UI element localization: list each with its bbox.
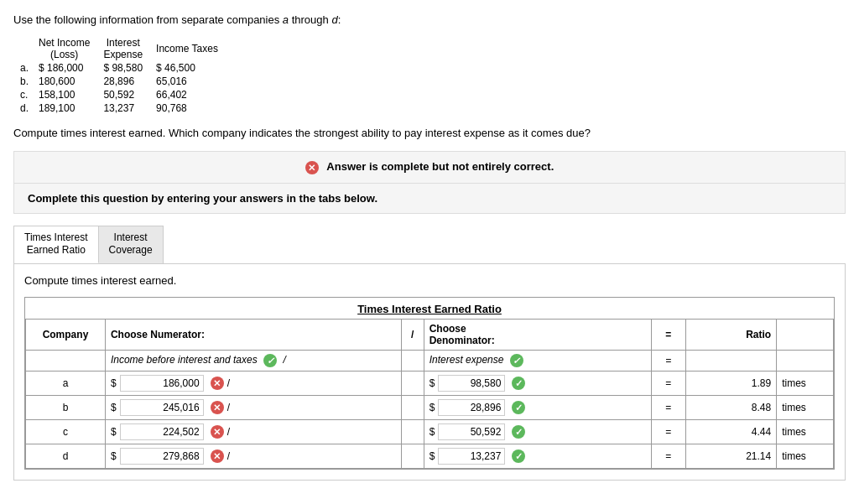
sub-denominator: Interest expense ✓ <box>424 350 651 371</box>
dollar-sign-denominator: $ <box>430 402 435 413</box>
slash-separator: / <box>227 426 230 438</box>
numerator-cell: $ ✕ / <box>105 395 401 419</box>
row-label-c: c. <box>13 88 32 101</box>
tab-interest-coverage[interactable]: InterestCoverage <box>99 226 163 263</box>
row-label-d: d. <box>13 101 32 115</box>
sub-unit <box>777 350 834 371</box>
compute-label: Compute times interest earned. <box>24 274 835 287</box>
denominator-status-icon: ✓ <box>512 401 525 414</box>
denominator-status-icon: ✓ <box>512 425 525 439</box>
unit-cell: times <box>777 371 834 395</box>
numerator-input[interactable] <box>120 448 204 465</box>
row-label-b: b. <box>13 75 32 88</box>
ratio-value: 4.44 <box>685 419 777 444</box>
sub-slash: / <box>283 354 285 366</box>
denominator-status-icon: ✓ <box>512 377 525 390</box>
slash-cell <box>401 371 424 395</box>
sub-equals: = <box>651 350 685 371</box>
ratio-table-title: Times Interest Earned Ratio <box>25 298 834 319</box>
numerator-status-icon: ✕ <box>211 377 224 390</box>
intro-text: Use the following information from separ… <box>13 13 846 26</box>
answer-banner: ✕ Answer is complete but not entirely co… <box>13 151 846 184</box>
table-row: d $ ✕ / $ ✓ = 21.14 times <box>26 444 834 468</box>
sub-numerator: Income before interest and taxes ✓ / <box>105 350 401 371</box>
equals-cell: = <box>651 371 685 395</box>
slash-cell <box>401 395 424 419</box>
unit-cell: times <box>777 419 834 444</box>
ratio-value: 21.14 <box>685 444 777 468</box>
sub-company <box>26 350 106 371</box>
denominator-input[interactable] <box>438 423 505 440</box>
slash-cell <box>401 419 424 444</box>
net-income-a: $ 186,000 <box>32 61 96 75</box>
complete-text: Complete this question by entering your … <box>28 192 831 205</box>
col-header-company: Company <box>26 319 106 350</box>
col-header-equals: = <box>651 319 685 350</box>
col-header-ratio: Ratio <box>685 319 777 350</box>
sub-slash-col <box>401 350 424 371</box>
company-cell: c <box>26 419 106 444</box>
col-header-unit <box>777 319 834 350</box>
slash-cell <box>401 444 424 468</box>
table-row: c $ ✕ / $ ✓ = 4.44 times <box>26 419 834 444</box>
denominator-input[interactable] <box>438 399 505 416</box>
numerator-status-icon: ✕ <box>211 401 224 414</box>
numerator-cell: $ ✕ / <box>105 419 401 444</box>
dollar-sign-denominator: $ <box>430 377 435 389</box>
company-cell: b <box>26 395 106 419</box>
table-row: a $ ✕ / $ ✓ = 1.89 times <box>26 371 834 395</box>
numerator-status-icon: ✕ <box>211 449 224 463</box>
taxes-a: $ 46,500 <box>149 61 225 75</box>
tab-times-interest-earned[interactable]: Times InterestEarned Ratio <box>14 226 99 263</box>
info-table: Net Income(Loss) InterestExpense Income … <box>13 36 225 115</box>
dollar-sign-numerator: $ <box>111 377 117 389</box>
numerator-cell: $ ✕ / <box>105 444 401 468</box>
unit-cell: times <box>777 395 834 419</box>
table-row: b $ ✕ / $ ✓ = 8.48 times <box>26 395 834 419</box>
sub-ratio <box>685 350 777 371</box>
slash-separator: / <box>227 402 230 413</box>
ratio-table: Company Choose Numerator: / ChooseDenomi… <box>25 319 834 469</box>
col-header-numerator: Choose Numerator: <box>105 319 401 350</box>
taxes-d: 90,768 <box>149 101 225 115</box>
numerator-cell: $ ✕ / <box>105 371 401 395</box>
ratio-value: 1.89 <box>685 371 777 395</box>
denominator-check-icon: ✓ <box>510 354 523 367</box>
slash-separator: / <box>227 450 230 462</box>
numerator-sub-text: Income before interest and taxes <box>111 354 258 366</box>
slash-separator: / <box>227 377 230 389</box>
tabs-container: Times InterestEarned Ratio InterestCover… <box>13 226 164 263</box>
question-text: Compute times interest earned. Which com… <box>13 127 846 139</box>
net-income-c: 158,100 <box>32 88 96 101</box>
denominator-cell: $ ✓ <box>424 419 651 444</box>
denominator-input[interactable] <box>438 448 505 465</box>
numerator-input[interactable] <box>120 423 204 440</box>
col-header-denominator: ChooseDenominator: <box>424 319 651 350</box>
denominator-input[interactable] <box>438 375 505 392</box>
numerator-input[interactable] <box>120 399 204 416</box>
net-income-b: 180,600 <box>32 75 96 88</box>
equals-cell: = <box>651 419 685 444</box>
denominator-sub-text: Interest expense <box>430 354 504 366</box>
complete-section: Complete this question by entering your … <box>13 184 846 214</box>
equals-cell: = <box>651 444 685 468</box>
denominator-cell: $ ✓ <box>424 444 651 468</box>
interest-c: 50,592 <box>96 88 149 101</box>
denominator-cell: $ ✓ <box>424 371 651 395</box>
numerator-status-icon: ✕ <box>211 425 224 439</box>
dollar-sign-denominator: $ <box>430 426 435 438</box>
numerator-input[interactable] <box>120 375 204 392</box>
answer-banner-text: Answer is complete but not entirely corr… <box>326 160 554 173</box>
main-content: Compute times interest earned. Times Int… <box>13 263 846 481</box>
taxes-c: 66,402 <box>149 88 225 101</box>
ratio-value: 8.48 <box>685 395 777 419</box>
unit-cell: times <box>777 444 834 468</box>
dollar-sign-numerator: $ <box>111 450 117 462</box>
denominator-cell: $ ✓ <box>424 395 651 419</box>
col-header-slash: / <box>401 319 424 350</box>
dollar-sign-numerator: $ <box>111 426 117 438</box>
interest-a: $ 98,580 <box>96 61 149 75</box>
net-income-d: 189,100 <box>32 101 96 115</box>
row-label-a: a. <box>13 61 32 75</box>
error-icon: ✕ <box>305 161 319 174</box>
